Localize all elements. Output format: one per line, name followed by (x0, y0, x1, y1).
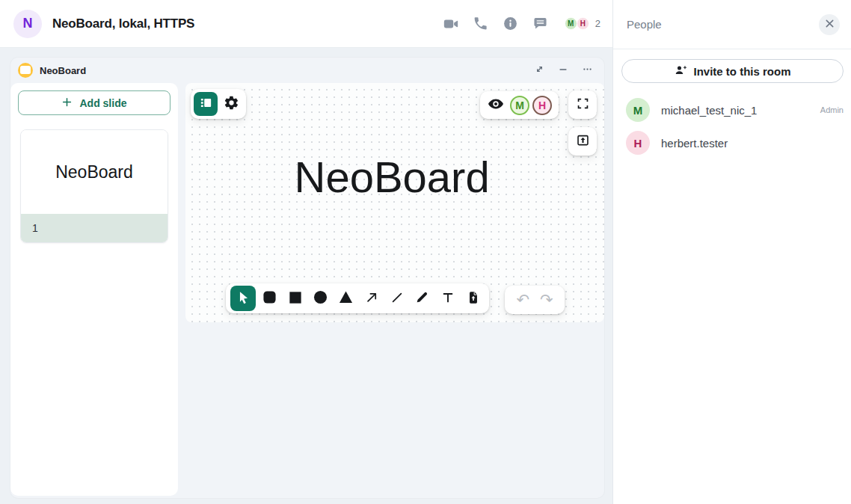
redo-icon: ↷ (540, 291, 553, 309)
file-upload-icon (467, 291, 480, 307)
triangle-tool-button[interactable] (334, 286, 357, 310)
fullscreen-icon (577, 97, 589, 112)
upload-icon (576, 133, 590, 150)
rectangle-icon (289, 291, 302, 307)
widget-titlebar: NeoBoard (10, 58, 604, 83)
add-slide-button[interactable]: Add slide (18, 90, 170, 115)
history-toolbar: ↶ ↷ (505, 286, 565, 314)
text-tool-button[interactable] (436, 286, 459, 310)
undo-button[interactable]: ↶ (514, 292, 531, 308)
ellipse-tool-button[interactable] (309, 286, 332, 310)
threads-icon (532, 16, 548, 31)
room-members-facepile[interactable]: M H 2 (565, 17, 600, 30)
undo-icon: ↶ (516, 291, 529, 309)
threads-button[interactable] (526, 10, 556, 37)
triangle-icon (339, 290, 353, 307)
neoboard-widget: NeoBoard (10, 58, 604, 498)
room-avatar-letter: N (23, 16, 33, 31)
arrow-icon (365, 291, 378, 307)
widget-window-controls (531, 62, 595, 79)
presentation-presence-bar: M H (480, 91, 559, 119)
invite-person-icon (674, 64, 687, 79)
people-panel: People Invite to this room M michael_tes… (612, 0, 851, 504)
observe-button[interactable] (487, 95, 505, 115)
slide-thumbnail[interactable]: NeoBoard 1 (20, 129, 168, 243)
room-content: NeoBoard (0, 48, 612, 504)
plus-icon (61, 96, 73, 110)
voice-call-icon (473, 16, 488, 31)
room-header: N NeoBoard, lokal, HTTPS M H 2 (0, 0, 612, 48)
slide-overview-icon (199, 96, 213, 112)
room-title: NeoBoard, lokal, HTTPS (52, 16, 194, 31)
maximize-icon (534, 64, 545, 77)
room-info-icon (503, 16, 518, 31)
close-icon (825, 19, 835, 31)
import-file-tool-button[interactable] (461, 286, 485, 310)
line-tool-button[interactable] (385, 286, 408, 310)
canvas-text-element[interactable]: NeoBoard (294, 152, 489, 202)
people-panel-title: People (627, 18, 662, 31)
collaborator-avatar-m[interactable]: M (510, 96, 529, 115)
more-options-icon (582, 64, 593, 77)
member-row-herbert[interactable]: H herbert.tester (613, 126, 851, 159)
slide-number-strip: 1 (21, 214, 168, 242)
minimize-icon (558, 64, 568, 77)
facepile-avatar-m: M (565, 17, 577, 30)
canvas-view-toolbar (191, 89, 246, 119)
voice-call-button[interactable] (466, 10, 496, 37)
member-row-michael[interactable]: M michael_test_nic_1 Admin (613, 93, 851, 126)
main-column: N NeoBoard, lokal, HTTPS M H 2 (0, 0, 612, 504)
member-count: 2 (595, 18, 600, 29)
video-call-button[interactable] (436, 10, 466, 37)
facepile-avatar-h: H (577, 17, 589, 30)
member-avatar-h: H (626, 131, 650, 155)
member-name: michael_test_nic_1 (661, 104, 757, 117)
slides-panel: Add slide NeoBoard 1 (10, 83, 178, 496)
drawing-toolbar (226, 283, 489, 313)
member-name: herbert.tester (661, 137, 728, 150)
slide-preview: NeoBoard (21, 130, 168, 214)
settings-button[interactable] (219, 92, 243, 116)
eye-icon (487, 95, 505, 115)
widget-more-options-button[interactable] (579, 62, 595, 79)
whiteboard-canvas[interactable]: NeoBoard (185, 83, 604, 322)
member-list: M michael_test_nic_1 Admin H herbert.tes… (613, 93, 851, 159)
pen-icon (415, 290, 429, 307)
arrow-tool-button[interactable] (360, 286, 383, 310)
invite-to-room-button[interactable]: Invite to this room (621, 59, 844, 83)
widget-title: NeoBoard (40, 65, 86, 76)
member-role-badge: Admin (820, 105, 844, 114)
cursor-icon (236, 290, 251, 307)
slide-preview-text: NeoBoard (55, 162, 133, 182)
export-upload-button[interactable] (568, 127, 597, 156)
rectangle-tool-button[interactable] (283, 286, 307, 310)
pen-tool-button[interactable] (411, 286, 434, 310)
room-avatar[interactable]: N (13, 10, 42, 38)
neoboard-logo-icon (18, 63, 33, 78)
people-panel-close-button[interactable] (819, 14, 840, 35)
rounded-rectangle-tool-button[interactable] (258, 286, 281, 310)
app-window: N NeoBoard, lokal, HTTPS M H 2 (0, 0, 851, 504)
slide-overview-toggle-button[interactable] (194, 92, 218, 116)
room-info-button[interactable] (496, 10, 526, 37)
rounded-rectangle-icon (262, 290, 277, 307)
member-avatar-m: M (626, 98, 650, 122)
collaborator-avatar-h[interactable]: H (532, 96, 552, 115)
widget-minimize-button[interactable] (555, 62, 571, 79)
ellipse-icon (313, 290, 328, 307)
text-icon (441, 291, 455, 307)
video-call-icon (443, 16, 459, 32)
fullscreen-button[interactable] (568, 90, 597, 119)
room-header-actions: M H 2 (436, 10, 600, 37)
gear-icon (224, 95, 239, 113)
select-tool-button[interactable] (230, 286, 256, 311)
slide-number: 1 (32, 222, 38, 234)
people-panel-header: People (613, 0, 851, 49)
widget-maximize-button[interactable] (531, 62, 547, 79)
redo-button[interactable]: ↷ (538, 292, 555, 308)
line-icon (390, 291, 404, 307)
widget-body: Add slide NeoBoard 1 Ne (10, 83, 604, 498)
